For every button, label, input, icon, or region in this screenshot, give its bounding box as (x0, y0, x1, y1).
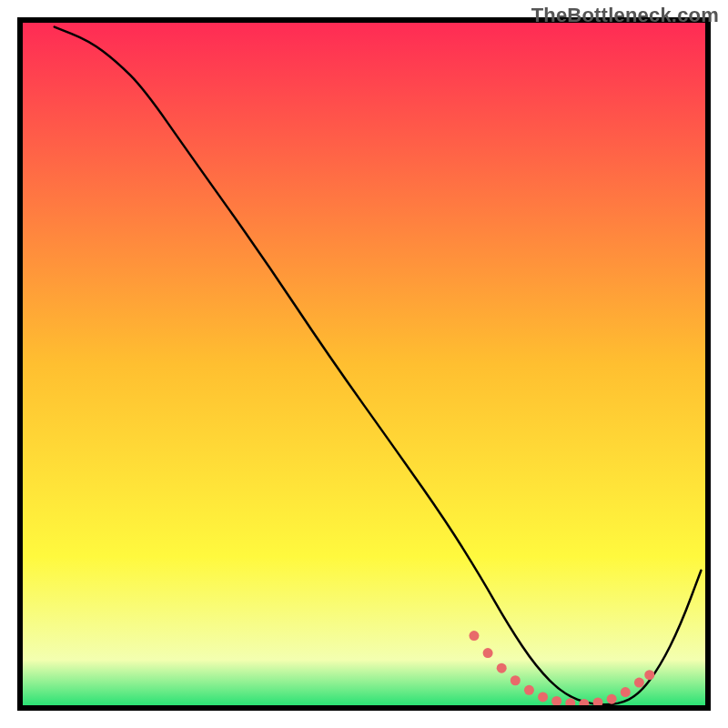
chart-canvas (0, 0, 728, 728)
highlight-dot (483, 648, 493, 658)
highlight-dot (621, 687, 631, 697)
highlight-dot (524, 685, 534, 695)
highlight-dot (551, 696, 561, 706)
highlight-dot (538, 692, 548, 702)
watermark-text: TheBottleneck.com (531, 4, 719, 27)
highlight-dot (497, 663, 507, 673)
highlight-dot (644, 670, 654, 680)
highlight-dot (511, 675, 521, 685)
highlight-dot (607, 694, 617, 704)
highlight-dot (469, 631, 479, 641)
plot-background (20, 20, 708, 708)
highlight-dot (634, 678, 644, 688)
